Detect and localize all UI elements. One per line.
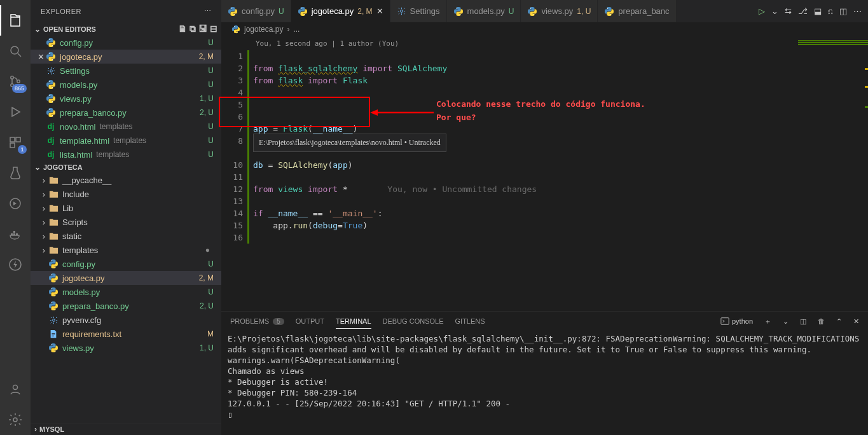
file-name: models.py [60, 80, 97, 90]
docker-icon[interactable] [0, 219, 31, 249]
tab-output[interactable]: OUTPUT [296, 317, 324, 325]
file-path: templates [99, 122, 132, 131]
new-terminal-icon[interactable]: ＋ [764, 317, 771, 326]
file-name: novo.html [60, 122, 95, 132]
folder-item[interactable]: ›Include [31, 187, 221, 201]
source-control-icon[interactable]: 865 [0, 66, 31, 97]
terminal-line: E:\Projetos\flask\jogoteca\lib\site-pack… [228, 333, 862, 355]
run-icon[interactable]: ▷ [759, 6, 765, 16]
file-icon [228, 6, 238, 17]
file-item[interactable]: models.pyU [31, 285, 221, 299]
open-editor-item[interactable]: prepara_banco.py2, U [31, 106, 221, 120]
split-icon[interactable]: ◫ [839, 6, 847, 16]
kill-terminal-icon[interactable]: 🗑 [818, 317, 825, 325]
file-item[interactable]: requirements.txtM [31, 327, 221, 341]
file-item[interactable]: pyvenv.cfg [31, 313, 221, 327]
testing-icon[interactable] [0, 158, 31, 188]
editor-tab[interactable]: views.py1, U [521, 0, 598, 22]
tab-gitlens[interactable]: GITLENS [455, 317, 485, 325]
terminal-line: warnings.warn(FSADeprecationWarning( [228, 355, 862, 366]
open-editor-item[interactable]: SettingsU [31, 64, 221, 78]
close-icon[interactable]: ✕ [36, 52, 46, 62]
folder-item[interactable]: ›Lib [31, 201, 221, 215]
thunder-icon[interactable] [0, 249, 31, 280]
shell-selector[interactable]: python [720, 317, 753, 326]
branch-icon-2[interactable]: ⎌ [828, 6, 833, 16]
editor-tab[interactable]: models.pyU [447, 0, 521, 22]
chevron-right-icon: › [39, 218, 48, 227]
new-file-icon[interactable]: 🗎 [178, 24, 187, 34]
file-item[interactable]: prepara_banco.py2, U [31, 299, 221, 313]
item-name: models.py [62, 287, 100, 297]
item-name: Include [62, 190, 89, 199]
item-name: __pycache__ [62, 176, 111, 185]
file-item[interactable]: views.py1, U [31, 341, 221, 355]
run-debug-icon[interactable] [0, 97, 31, 127]
minimap[interactable] [792, 36, 868, 311]
tab-debug-console[interactable]: DEBUG CONSOLE [383, 317, 444, 325]
close-panel-icon[interactable]: ✕ [853, 317, 859, 326]
open-editor-item[interactable]: djlista.htmltemplatesU [31, 148, 221, 162]
editor-tab[interactable]: jogoteca.py2, M✕ [291, 0, 390, 22]
git-blame-codelens[interactable]: You, 1 second ago | 1 author (You) [256, 38, 399, 50]
tab-problems[interactable]: PROBLEMS 5 [230, 317, 284, 325]
scm-badge: 865 [12, 84, 27, 93]
file-name: template.html [60, 136, 109, 146]
settings-icon[interactable] [0, 404, 31, 435]
open-editor-item[interactable]: ✕djnovo.htmltemplatesU [31, 120, 221, 134]
file-item[interactable]: jogoteca.py2, M [31, 271, 221, 285]
search-icon[interactable] [0, 36, 31, 66]
open-editor-item[interactable]: models.pyU [31, 78, 221, 92]
file-icon [48, 273, 59, 283]
git-status: U [208, 122, 214, 131]
open-editors-header[interactable]: ⌄ OPEN EDITORS 🗎 ⧉ 🖫 ⊟ [31, 22, 221, 36]
branch-icon[interactable]: ⎇ [798, 6, 808, 16]
open-editor-item[interactable]: config.pyU [31, 36, 221, 50]
editor-tab[interactable]: config.pyU [221, 0, 291, 22]
editor-tab[interactable]: prepara_banc [598, 0, 676, 22]
panel-tabs: PROBLEMS 5 OUTPUT TERMINAL DEBUG CONSOLE… [221, 312, 868, 331]
svg-point-31 [52, 288, 52, 289]
git-dot: ● [205, 245, 210, 254]
git-status: 2, U [200, 108, 214, 117]
folder-item[interactable]: ›__pycache__ [31, 173, 221, 187]
file-item[interactable]: config.pyU [31, 257, 221, 271]
split-terminal-icon[interactable]: ◫ [800, 317, 806, 326]
folder-item[interactable]: ›static [31, 229, 221, 243]
folder-item[interactable]: ›Scripts [31, 215, 221, 229]
more-actions-icon[interactable]: ⋯ [853, 6, 862, 16]
extensions-icon[interactable]: 1 [0, 127, 31, 158]
open-editors-title: OPEN EDITORS [43, 25, 96, 33]
open-editor-item[interactable]: views.py1, U [31, 92, 221, 106]
remote-icon[interactable] [0, 188, 31, 219]
open-editor-item[interactable]: djtemplate.htmltemplatesU [31, 134, 221, 148]
run-chevron-icon[interactable]: ⌄ [771, 6, 778, 16]
problems-count: 5 [273, 318, 284, 325]
close-icon[interactable]: ✕ [376, 6, 383, 16]
terminal-output[interactable]: E:\Projetos\flask\jogoteca\lib\site-pack… [221, 331, 868, 435]
more-icon[interactable]: ⋯ [204, 7, 212, 15]
terminal-chevron-icon[interactable]: ⌄ [783, 317, 789, 326]
editor-tab[interactable]: Settings [390, 0, 447, 22]
account-icon[interactable] [0, 374, 31, 404]
breadcrumb[interactable]: jogoteca.py › ... [221, 22, 868, 36]
svg-point-19 [52, 59, 53, 60]
diff-icon[interactable]: ⬓ [814, 6, 822, 16]
mysql-header[interactable]: › MYSQL [31, 423, 221, 435]
close-all-icon[interactable]: ⊟ [210, 24, 217, 34]
save-all-icon[interactable]: 🖫 [198, 24, 207, 34]
line-number: 16 [221, 231, 253, 244]
tab-label: views.py [541, 6, 573, 16]
chevron-right-icon: › [34, 425, 37, 434]
git-compare-icon[interactable]: ⇆ [785, 6, 792, 16]
open-editor-item[interactable]: ✕jogoteca.py2, M [31, 50, 221, 64]
maximize-panel-icon[interactable]: ⌃ [836, 317, 842, 326]
explorer-icon[interactable] [0, 5, 31, 36]
tab-git-status: 1, U [577, 7, 591, 16]
layout-icon[interactable]: ⧉ [189, 24, 196, 34]
folder-item[interactable]: ›templates● [31, 243, 221, 257]
tab-terminal[interactable]: TERMINAL [336, 317, 371, 325]
svg-point-16 [49, 39, 50, 39]
project-header[interactable]: ⌄ JOGOTECA [31, 162, 221, 173]
code-editor[interactable]: You, 1 second ago | 1 author (You) from … [253, 36, 792, 311]
